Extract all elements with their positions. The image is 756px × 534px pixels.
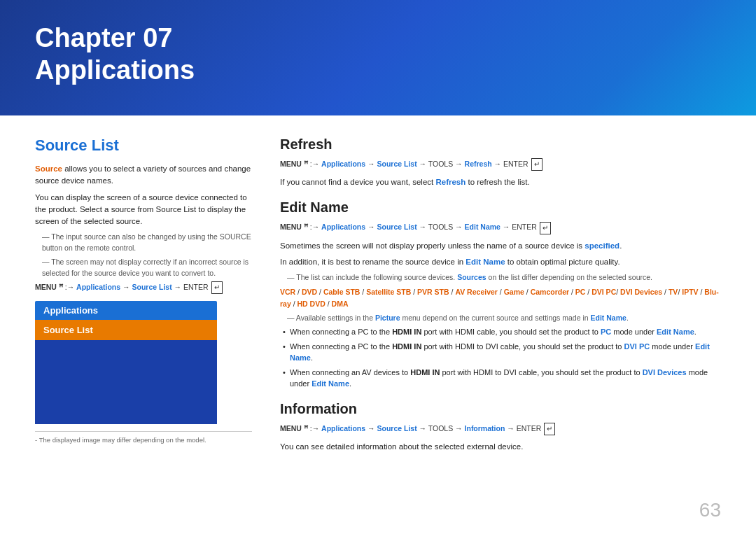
editname-enter-icon: ↵ <box>540 222 551 234</box>
refresh-title: Refresh <box>280 136 721 153</box>
edit-name-note3: The list can include the following sourc… <box>280 272 721 283</box>
source-list-title: Source List <box>35 136 252 155</box>
page-header: Chapter 07 Applications <box>0 0 756 115</box>
information-title: Information <box>280 401 721 417</box>
intro-paragraph-1: Source allows you to select a variety of… <box>35 163 252 188</box>
refresh-menu-path: MENU ꟸ :→ Applications → Source List → T… <box>280 158 721 171</box>
menu-path-source-list: MENU ꟸ :→ Applications → Source List → E… <box>35 281 252 294</box>
page-number: 63 <box>699 499 721 521</box>
header-title-block: Chapter 07 Applications <box>35 22 195 86</box>
dvipc-mode-link: DVI PC <box>624 342 650 351</box>
info-menu-source: Source List <box>377 424 416 433</box>
refresh-menu-source: Source List <box>377 160 416 168</box>
editname-menu-apps: Applications <box>321 223 365 231</box>
picture-inline: Picture <box>375 314 400 322</box>
editname-menu-source: Source List <box>377 223 416 231</box>
bullet-2: When connecting a PC to the HDMI IN port… <box>280 341 721 364</box>
left-column: Source List Source allows you to select … <box>35 136 252 520</box>
bullet-3: When connecting an AV devices to HDMI IN… <box>280 367 721 390</box>
menu-applications: Applications <box>76 283 120 291</box>
app-menu-empty-area <box>35 340 217 424</box>
edit-name-note4: Available settings in the Picture menu d… <box>280 313 721 324</box>
information-body: You can see detailed information about t… <box>280 441 721 453</box>
info-menu-label: MENU ꟸ <box>280 424 308 433</box>
edit-name-note1: Sometimes the screen will not display pr… <box>280 240 721 252</box>
intro-text-1-rest: allows you to select a variety of source… <box>35 164 251 185</box>
enter-icon: ↵ <box>211 281 223 294</box>
info-menu-info: Information <box>465 424 505 433</box>
editname-menu-label: MENU ꟸ <box>280 223 308 231</box>
refresh-menu-refresh: Refresh <box>465 160 492 168</box>
editname-bullet1-link: Edit Name <box>657 328 694 336</box>
intro-paragraph-2: You can display the screen of a source d… <box>35 192 252 228</box>
edit-name-title: Edit Name <box>280 199 721 216</box>
refresh-body: If you cannot find a device you want, se… <box>280 176 721 188</box>
menu-arrow-2: → <box>122 283 132 291</box>
app-menu-mockup: Applications Source List <box>35 301 217 424</box>
menu-arrow-3: → ENTER <box>174 283 211 291</box>
information-menu-path: MENU ꟸ :→ Applications → Source List → T… <box>280 423 721 435</box>
edit-name-menu-path: MENU ꟸ :→ Applications → Source List → T… <box>280 221 721 234</box>
editname-inline-1: Edit Name <box>465 258 505 266</box>
edit-name-note2: In addition, it is best to rename the so… <box>280 256 721 268</box>
info-menu-apps: Applications <box>321 424 365 433</box>
device-list: VCR / DVD / Cable STB / Satellite STB / … <box>280 286 721 310</box>
information-section: Information MENU ꟸ :→ Applications → Sou… <box>280 401 721 453</box>
dvidevices-mode-link: DVI Devices <box>643 368 687 377</box>
footer-note: - The displayed image may differ dependi… <box>35 431 252 444</box>
app-menu-source-list-item: Source List <box>35 320 217 340</box>
app-menu-header: Applications <box>35 301 217 320</box>
refresh-enter-icon: ↵ <box>531 158 542 171</box>
specified-link: specified <box>584 241 620 250</box>
editname-bullet3-link: Edit Name <box>312 379 349 388</box>
menu-arrow-1: :→ <box>65 283 76 291</box>
editname-menu-editname: Edit Name <box>465 223 500 231</box>
note-2: The screen may not display correctly if … <box>35 257 252 279</box>
menu-label: MENU ꟸ <box>35 283 63 291</box>
bullet-1: When connecting a PC to the HDMI IN port… <box>280 326 721 338</box>
applications-label: Applications <box>35 55 195 87</box>
menu-source-list: Source List <box>132 283 172 291</box>
note-1: The input source can also be changed by … <box>35 232 252 254</box>
refresh-link: Refresh <box>435 178 465 186</box>
info-enter-icon: ↵ <box>544 423 555 435</box>
pc-mode-link: PC <box>601 328 611 336</box>
chapter-label: Chapter 07 <box>35 22 195 55</box>
edit-name-section: Edit Name MENU ꟸ :→ Applications → Sourc… <box>280 199 721 389</box>
refresh-menu-label: MENU ꟸ <box>280 160 308 168</box>
main-content: Source List Source allows you to select … <box>0 115 756 534</box>
source-highlight: Source <box>35 164 62 173</box>
right-column: Refresh MENU ꟸ :→ Applications → Source … <box>273 136 721 520</box>
refresh-section: Refresh MENU ꟸ :→ Applications → Source … <box>280 136 721 188</box>
sources-inline: Sources <box>457 273 486 281</box>
refresh-menu-apps: Applications <box>321 160 365 168</box>
editname-inline-2: Edit Name <box>591 314 626 322</box>
